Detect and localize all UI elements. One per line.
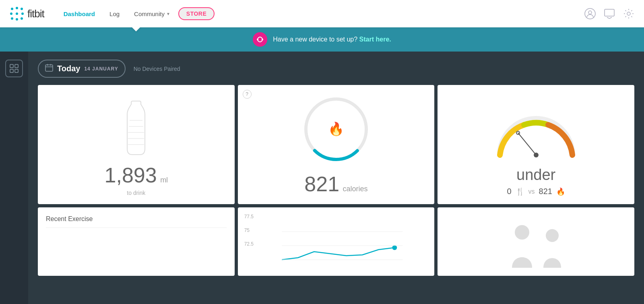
water-bottle-icon bbox=[118, 100, 154, 157]
food-value: 0 bbox=[507, 187, 511, 196]
svg-rect-17 bbox=[10, 69, 13, 72]
svg-point-1 bbox=[16, 7, 18, 9]
svg-point-5 bbox=[11, 17, 13, 20]
navbar: fitbit Dashboard Log Community ▼ STORE bbox=[0, 0, 644, 27]
water-unit: ml bbox=[160, 176, 168, 184]
svg-rect-16 bbox=[15, 64, 18, 68]
svg-point-14 bbox=[262, 39, 263, 40]
calories-card[interactable]: ? 🔥 821 calories bbox=[238, 85, 435, 204]
burned-value: 821 bbox=[539, 187, 552, 196]
fork-icon: 🍴 bbox=[516, 187, 524, 196]
svg-point-6 bbox=[16, 18, 18, 21]
flame-icon: 🔥 bbox=[556, 187, 565, 196]
no-devices-label: No Devices Paired bbox=[134, 66, 180, 72]
gauge-svg bbox=[492, 111, 580, 163]
calories-value: 821 bbox=[304, 172, 339, 196]
svg-point-0 bbox=[11, 8, 13, 10]
nav-log[interactable]: Log bbox=[103, 7, 126, 21]
main-area: Today 14 JANUARY No Devices Paired 1,893 bbox=[0, 52, 644, 304]
svg-point-8 bbox=[16, 12, 18, 15]
gauge-card[interactable]: under 0 🍴 vs 821 🔥 bbox=[438, 85, 634, 204]
svg-point-10 bbox=[588, 11, 592, 14]
svg-point-12 bbox=[627, 12, 630, 15]
settings-icon[interactable] bbox=[623, 8, 634, 19]
friends-card[interactable] bbox=[438, 207, 634, 276]
calories-value-row: 821 calories bbox=[304, 172, 367, 196]
calories-ring-svg: 🔥 bbox=[300, 93, 372, 165]
svg-point-7 bbox=[21, 17, 23, 20]
nav-right-icons bbox=[584, 8, 634, 19]
messages-icon[interactable] bbox=[604, 8, 615, 19]
water-label: to drink bbox=[127, 190, 145, 196]
friends-silhouettes bbox=[508, 223, 564, 268]
date-header: Today 14 JANUARY No Devices Paired bbox=[38, 60, 634, 78]
date-sub: 14 JANUARY bbox=[84, 66, 118, 72]
svg-point-26 bbox=[392, 245, 397, 250]
top-cards-grid: 1,893 ml to drink ? 🔥 bbox=[38, 85, 634, 204]
exercise-card-title: Recent Exercise bbox=[46, 215, 227, 228]
svg-rect-19 bbox=[45, 65, 53, 71]
logo-text: fitbit bbox=[27, 8, 44, 20]
date-picker-button[interactable]: Today 14 JANUARY bbox=[38, 60, 126, 78]
calories-unit: calories bbox=[343, 185, 368, 193]
friend-silhouette-1 bbox=[508, 223, 536, 268]
gauge-label: under bbox=[516, 166, 555, 184]
svg-rect-18 bbox=[15, 69, 18, 72]
banner-text: Have a new device to set up? Start here. bbox=[273, 36, 391, 43]
setup-banner: Have a new device to set up? Start here. bbox=[0, 27, 644, 52]
today-label: Today bbox=[57, 64, 80, 73]
nav-links: Dashboard Log Community ▼ STORE bbox=[57, 7, 584, 21]
friend-silhouette-2 bbox=[540, 227, 564, 268]
water-value-row: 1,893 ml bbox=[105, 163, 168, 187]
profile-icon[interactable] bbox=[584, 8, 596, 19]
fitbit-logo-icon bbox=[10, 6, 24, 21]
weight-chart-svg bbox=[238, 219, 435, 276]
vs-label: vs bbox=[528, 188, 535, 195]
svg-point-13 bbox=[257, 39, 258, 40]
gauge-stats: 0 🍴 vs 821 🔥 bbox=[507, 187, 565, 196]
setup-icon bbox=[253, 32, 267, 47]
svg-line-24 bbox=[518, 133, 536, 155]
chevron-down-icon: ▼ bbox=[166, 12, 170, 16]
dashboard-content: Today 14 JANUARY No Devices Paired 1,893 bbox=[28, 52, 644, 304]
svg-point-3 bbox=[10, 12, 12, 15]
svg-point-31 bbox=[546, 229, 559, 242]
sidebar bbox=[0, 52, 28, 304]
water-card[interactable]: 1,893 ml to drink bbox=[38, 85, 235, 204]
svg-point-2 bbox=[21, 8, 23, 10]
help-icon[interactable]: ? bbox=[243, 90, 252, 99]
bottom-cards-grid: Recent Exercise 77.5 75 72.5 bbox=[38, 207, 634, 276]
store-button[interactable]: STORE bbox=[178, 7, 215, 20]
svg-text:🔥: 🔥 bbox=[328, 121, 344, 136]
nav-active-indicator bbox=[131, 27, 141, 31]
chart-label-1: 77.5 bbox=[244, 214, 254, 219]
logo-area[interactable]: fitbit bbox=[10, 6, 44, 21]
exercise-card[interactable]: Recent Exercise bbox=[38, 207, 235, 276]
nav-dashboard[interactable]: Dashboard bbox=[57, 7, 101, 21]
banner-link[interactable]: Start here. bbox=[359, 36, 391, 43]
svg-rect-15 bbox=[10, 64, 13, 68]
svg-point-9 bbox=[585, 8, 595, 19]
chart-card[interactable]: 77.5 75 72.5 bbox=[238, 207, 435, 276]
nav-community[interactable]: Community ▼ bbox=[128, 7, 177, 21]
svg-point-30 bbox=[515, 225, 529, 240]
svg-rect-11 bbox=[605, 9, 614, 16]
svg-point-4 bbox=[21, 12, 24, 15]
calories-ring: 🔥 bbox=[300, 93, 372, 165]
water-value: 1,893 bbox=[105, 163, 157, 187]
grid-toggle-button[interactable] bbox=[5, 60, 23, 77]
calendar-icon bbox=[45, 64, 53, 74]
